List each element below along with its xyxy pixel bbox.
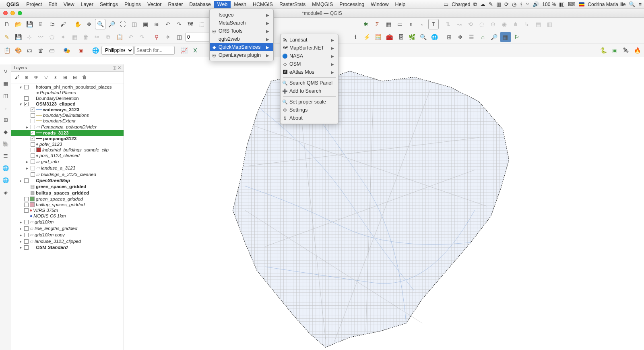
visibility-checkbox[interactable] (31, 142, 35, 147)
add-feature-icon[interactable]: ⊹ (24, 32, 35, 42)
open-layer-styling-icon[interactable]: 🖌 (12, 73, 21, 82)
menu-item-osm[interactable]: ◇OSM▶ (281, 60, 338, 68)
visibility-checkbox[interactable] (24, 208, 29, 213)
layer-item[interactable]: ▸▱grid10km (11, 219, 124, 225)
layer-item[interactable]: pois_3123_cleaned (11, 153, 124, 158)
menu-item-landsat[interactable]: 🛰Landsat▶ (281, 36, 338, 44)
manage-layers-icon[interactable]: 🗂 (24, 45, 35, 56)
menu-hcmgis[interactable]: HCMGIS (250, 1, 276, 8)
layer-item[interactable]: waterways_3123 (11, 107, 124, 112)
add-postgis-icon[interactable]: 🐘 (1, 139, 10, 148)
visibility-checkbox[interactable] (31, 108, 35, 112)
expand-arrow-icon[interactable]: ▾ (19, 245, 23, 250)
layer-item[interactable]: MODIS C6 1km (11, 213, 124, 219)
cloud-icon[interactable]: ☁ (480, 1, 485, 7)
menu-mmqgis[interactable]: MMQGIS (309, 1, 336, 8)
add-mesh-icon[interactable]: ◫ (1, 91, 10, 100)
layer-item[interactable]: ▦builtup_spaces_gridded (11, 190, 124, 196)
menu-item-metasearch[interactable]: MetaSearch▶ (210, 19, 273, 27)
attributes-toolbar-icon[interactable]: ▦ (383, 19, 394, 29)
menu-web[interactable]: Web (214, 1, 231, 8)
collapse-all-icon[interactable]: ⊟ (70, 73, 79, 82)
menu-item-ors-tools[interactable]: ◎ORS Tools▶ (210, 27, 273, 35)
od-icon[interactable]: ⊙ (488, 19, 498, 29)
paste-icon[interactable]: 📋 (114, 32, 125, 42)
save-project-icon[interactable]: 💾 (24, 19, 35, 29)
filter-legend-icon[interactable]: ▽ (41, 73, 50, 82)
close-window-button[interactable] (3, 11, 8, 15)
menu-vector[interactable]: Vector (144, 1, 165, 8)
new-print-layout-icon[interactable]: 🗎 (35, 19, 46, 29)
deselect-icon[interactable]: ▫ (417, 19, 427, 29)
layer-item[interactable]: boundaryExtent (11, 118, 124, 124)
bluetooth-icon[interactable]: ᚼ (520, 1, 523, 7)
identify-icon[interactable]: ℹ (351, 32, 361, 42)
layer-item[interactable]: ▾OSM3123_clipped (11, 101, 124, 107)
expand-arrow-icon[interactable]: ▾ (19, 102, 23, 106)
identify-results-icon[interactable]: 📋 (2, 45, 12, 56)
select-by-expr-icon[interactable]: ε (406, 19, 416, 29)
tsp-icon[interactable]: ⟲ (465, 19, 476, 29)
layer-item[interactable]: ▸▱landuse_a_3123 (11, 165, 124, 171)
menu-rasterstats[interactable]: RasterStats (276, 1, 309, 8)
menu-plugins[interactable]: Plugins (121, 1, 144, 8)
display-icon[interactable]: ▥ (496, 1, 501, 7)
layer-item[interactable]: ▾hotosm_phl_north_populated_places (11, 84, 124, 90)
menu-window[interactable]: Window (367, 1, 392, 8)
layer-item[interactable]: roads_3123 (11, 130, 124, 136)
expression-filter-icon[interactable]: ε (51, 73, 60, 82)
zoom-out-icon[interactable]: 🔎 (106, 19, 117, 29)
menu-item-quickmapservices[interactable]: ◆QuickMapServices▶ (210, 43, 273, 51)
menu-item-settings[interactable]: ⚙Settings (281, 106, 338, 114)
menu-help[interactable]: Help (392, 1, 409, 8)
qms-icon[interactable]: 🌐 (429, 32, 440, 42)
flag-icon[interactable] (579, 2, 584, 6)
menu-view[interactable]: View (60, 1, 78, 8)
visibility-checkbox[interactable] (31, 137, 35, 141)
visibility-checkbox[interactable] (31, 119, 35, 123)
visibility-checkbox[interactable] (31, 131, 35, 135)
grass-icon[interactable]: 🌿 (407, 32, 417, 42)
add-gpkg-icon[interactable]: ⊞ (1, 115, 10, 124)
visibility-checkbox[interactable] (24, 245, 29, 250)
expand-arrow-icon[interactable]: ▸ (19, 239, 23, 244)
nominatim-icon[interactable]: 🌐 (90, 45, 101, 56)
layer-item[interactable]: builtup_spaces_gridded (11, 202, 124, 207)
plugin-icons-4[interactable]: 🔎 (489, 32, 500, 42)
layer-item[interactable]: ▱buildings_a_3123_cleaned (11, 171, 124, 178)
mask-icon[interactable]: 🎭 (61, 45, 72, 56)
matrix-icon[interactable]: ▥ (544, 19, 555, 29)
layer-item[interactable]: Populated Places (11, 90, 124, 95)
plugin-icons-3[interactable]: ⌂ (478, 32, 488, 42)
tracing-icon[interactable]: ✧ (163, 32, 173, 42)
expand-arrow-icon[interactable]: ▸ (19, 233, 23, 237)
layer-item[interactable]: ▸▱Pampanga_polygonDivider (11, 124, 124, 130)
add-spatialite-icon[interactable]: ◆ (1, 127, 10, 136)
menu-item-nasa[interactable]: 🔵NASA▶ (281, 52, 338, 60)
menu-settings[interactable]: Settings (97, 1, 121, 8)
zoom-full-icon[interactable]: ⛶ (118, 19, 128, 29)
visibility-checkbox[interactable] (31, 113, 35, 118)
menu-mesh[interactable]: Mesh (231, 1, 250, 8)
new-3d-view-icon[interactable]: ⬚ (196, 19, 207, 29)
topo-icon[interactable]: ◫ (174, 32, 184, 42)
menu-item-search-qms-panel[interactable]: 🔍Search QMS Panel (281, 79, 338, 87)
visibility-checkbox[interactable] (24, 102, 29, 106)
layer-item[interactable]: green_spaces_gridded (11, 196, 124, 202)
wifi-icon[interactable]: ⌔ (526, 1, 529, 7)
menu-item-eatlas-mos[interactable]: 🅰eAtlas Mos▶ (281, 68, 338, 76)
expand-arrow-icon[interactable]: ▾ (19, 85, 23, 89)
add-wms-icon[interactable]: 🌐 (1, 164, 10, 172)
visibility-checkbox[interactable] (24, 226, 29, 231)
quickmapservices-submenu[interactable]: 🛰Landsat▶🗺MapSurfer.NET▶🔵NASA▶◇OSM▶🅰eAtl… (280, 34, 339, 124)
add-wfs-icon[interactable]: 🌐 (1, 176, 10, 184)
edit-toggle-icon[interactable]: ✎ (2, 32, 12, 42)
menu-item-mapsurfer.net[interactable]: 🗺MapSurfer.NET▶ (281, 44, 338, 52)
layer-item[interactable]: ▦green_spaces_gridded (11, 183, 124, 190)
visibility-checkbox[interactable] (24, 203, 29, 207)
menu-item-set-proper-scale[interactable]: 🔍Set proper scale (281, 98, 338, 106)
visibility-checkbox[interactable] (24, 239, 29, 244)
expand-arrow-icon[interactable]: ▸ (25, 166, 29, 170)
toolbox-icon[interactable]: 🧰 (384, 32, 395, 42)
layer-styling-icon[interactable]: 🎨 (13, 45, 23, 56)
